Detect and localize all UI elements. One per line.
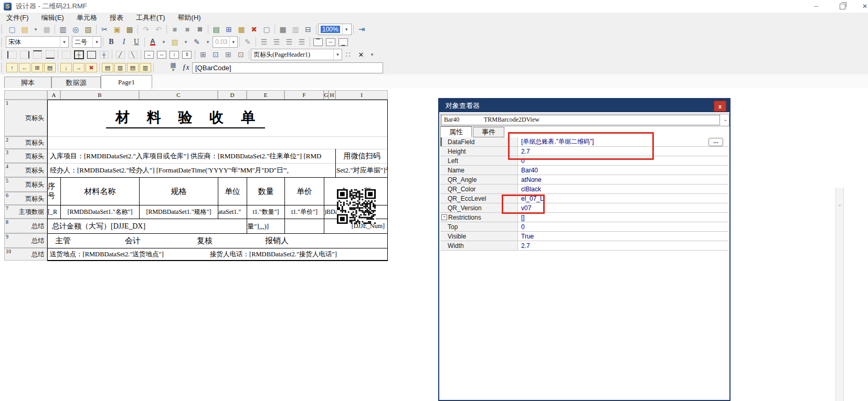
menu-cell[interactable]: 单元格 (70, 13, 103, 23)
report-row4-right-cell[interactable]: Set2."对应单据"]号 (336, 163, 388, 177)
th-cailiao[interactable]: 材料名称 (60, 177, 140, 205)
tab-events[interactable]: 事件 (473, 127, 504, 137)
no-border-icon[interactable]: ∷ (342, 49, 355, 60)
prop-row-top[interactable]: Top 0 (440, 222, 728, 232)
fx-icon[interactable]: ƒx (179, 62, 192, 73)
qr-caption-cell[interactable]: 用微信扫码 (336, 149, 388, 163)
object-viewer-titlebar[interactable]: 对象查看器 x (439, 99, 729, 112)
split-cell-icon[interactable]: ⊞ (31, 62, 44, 73)
fit-width-icon[interactable]: ⇔ (155, 49, 168, 60)
print-icon[interactable]: ▥ (57, 24, 69, 35)
total-mid-cell[interactable]: 量"],,,)] (247, 219, 285, 234)
col-header-b[interactable]: B (60, 90, 139, 100)
insert-row-below-icon[interactable]: ↓ (60, 62, 72, 73)
valign-top-icon[interactable]: ▔ (312, 37, 324, 47)
menu-edit[interactable]: 编辑(E) (35, 13, 70, 23)
print-preview-icon[interactable]: ◎ (69, 24, 82, 35)
valign-middle-icon[interactable]: ─ (324, 37, 337, 47)
scrollbar-chevron-icon[interactable]: ⌄ (837, 201, 843, 207)
band-selector-combo[interactable]: 页标头(PageHeader1) ▾ (251, 49, 342, 60)
font-size-arrow-icon[interactable]: ▾ (92, 37, 101, 47)
insert-col-left-icon[interactable]: ← (18, 62, 31, 73)
line-color-icon[interactable]: ✎ (190, 37, 203, 47)
save-icon[interactable]: ▦ (40, 24, 53, 35)
detail-cell-c[interactable]: [RMDBDataSet1."规格"] (139, 205, 218, 219)
menu-file[interactable]: 文件(F) (0, 13, 35, 23)
detail-cell-a[interactable]: [_R (47, 205, 61, 219)
border-inner-icon[interactable]: ┼ (98, 49, 110, 60)
equal-height-icon[interactable]: ↕ (168, 49, 181, 60)
band-page-4-icon[interactable]: ▥ (139, 62, 152, 73)
th-xuhao[interactable]: 序号 (47, 177, 61, 205)
zoom-combo-arrow-icon[interactable]: ▾ (342, 24, 351, 35)
band-page-1-icon[interactable]: ▤ (101, 62, 114, 73)
col-header-h[interactable]: H (329, 90, 335, 100)
menu-help[interactable]: 帮助(H) (172, 13, 207, 23)
detail-cell-e[interactable]: t1."数量"] (247, 205, 285, 219)
prop-row-width[interactable]: Width 2.7 (440, 241, 728, 251)
cell-insert-down-icon[interactable]: ⊡ (235, 49, 247, 60)
line-color-arrow-icon[interactable]: ▾ (203, 37, 213, 47)
border-none-icon[interactable] (60, 49, 72, 60)
font-size-combo[interactable]: 二号 ▾ (72, 36, 101, 48)
align-justify-icon[interactable]: ☰ (295, 37, 308, 47)
close-button[interactable]: ✕ (854, 0, 868, 13)
paste-icon[interactable]: ▩ (123, 24, 136, 35)
border-all-icon[interactable]: ┼ (72, 49, 85, 60)
open-icon[interactable]: ▤ (18, 24, 31, 35)
delete-rowcol-icon[interactable]: ✖ (85, 62, 98, 73)
row-header-4[interactable]: 4页标头 (4, 163, 47, 177)
page-setup-icon[interactable]: ▧ (82, 24, 94, 35)
font-name-combo[interactable]: 宋体 ▾ (6, 36, 69, 48)
restore-button[interactable] (832, 0, 853, 13)
object-selector-arrow-icon[interactable]: ⌄ (723, 116, 728, 123)
report-row3-cell[interactable]: 入库项目：[RMDBDataSet2."入库项目或仓库"] 供应商：[RMDBD… (48, 149, 336, 163)
border-outline-icon[interactable] (85, 49, 98, 60)
row-header-8[interactable]: 8总结 (4, 219, 47, 233)
detail-cell-d[interactable]: ataSet1." (218, 205, 247, 219)
row-header-2[interactable]: 2页标头 (4, 136, 47, 149)
open-dropdown-icon[interactable]: ▾ (31, 24, 40, 35)
row-header-1[interactable]: 1页标头 (4, 100, 47, 136)
align-center-icon[interactable]: ☰ (270, 37, 283, 47)
object-viewer-close-button[interactable]: x (714, 101, 726, 112)
zoom-combo[interactable]: 100% ▾ (318, 24, 352, 35)
row-header-10[interactable]: 10总结 (4, 248, 47, 261)
insert-report-icon[interactable]: ▤ (210, 24, 223, 35)
prop-row-qr-color[interactable]: QR_Color clBlack (440, 185, 728, 194)
insert-col-right-icon[interactable]: → (72, 62, 85, 73)
row-header-3[interactable]: 3页标头 (4, 149, 47, 163)
formula-input[interactable]: [QBarCode] (192, 62, 383, 73)
qr-code[interactable] (337, 189, 376, 224)
underline-icon[interactable]: U (130, 37, 143, 47)
tab-datasource[interactable]: 数据源 (51, 77, 101, 88)
align-right-icon[interactable]: ☰ (283, 37, 295, 47)
show-grid-icon[interactable]: ▦ (277, 24, 289, 35)
toolbar-more-icon[interactable]: ▾ (367, 49, 377, 60)
insert-table-icon[interactable]: ⊞ (223, 24, 235, 35)
cut-icon[interactable]: ✂ (98, 24, 111, 35)
report-title-cell[interactable]: 材 料 验 收 单 (47, 100, 324, 136)
border-bottom-icon[interactable] (44, 49, 56, 60)
row-header-9[interactable]: 9总结 (4, 233, 47, 248)
italic-icon[interactable]: I (118, 37, 130, 47)
valign-bottom-icon[interactable]: ▁ (337, 37, 350, 47)
prop-row-visible[interactable]: Visible True (440, 232, 728, 241)
menu-toolbar[interactable]: 工具栏(T) (130, 13, 172, 23)
font-color-arrow-icon[interactable]: ▾ (159, 37, 168, 47)
border-width-combo[interactable]: 0.03 ▾ (213, 36, 238, 48)
row-header-6[interactable]: 6页标头 (4, 192, 47, 205)
corner-header[interactable] (4, 90, 47, 100)
blank-page-icon[interactable]: ▢ (260, 24, 273, 35)
total-empty-cell[interactable] (284, 219, 324, 234)
expand-icon[interactable]: + (441, 214, 447, 220)
border-right-icon[interactable] (18, 49, 31, 60)
sign-row-cell[interactable] (47, 233, 388, 248)
hide-grid-icon[interactable]: ▥ (289, 24, 302, 35)
undo-icon[interactable]: ↶ (152, 24, 165, 35)
cell-insert-right-icon[interactable]: ⊡ (209, 49, 222, 60)
band-row-icon[interactable]: ▤ (44, 62, 56, 73)
font-name-arrow-icon[interactable]: ▾ (60, 37, 68, 47)
band-tool-3-icon[interactable]: ■ (194, 24, 206, 35)
align-left-icon[interactable]: ☰ (258, 37, 270, 47)
